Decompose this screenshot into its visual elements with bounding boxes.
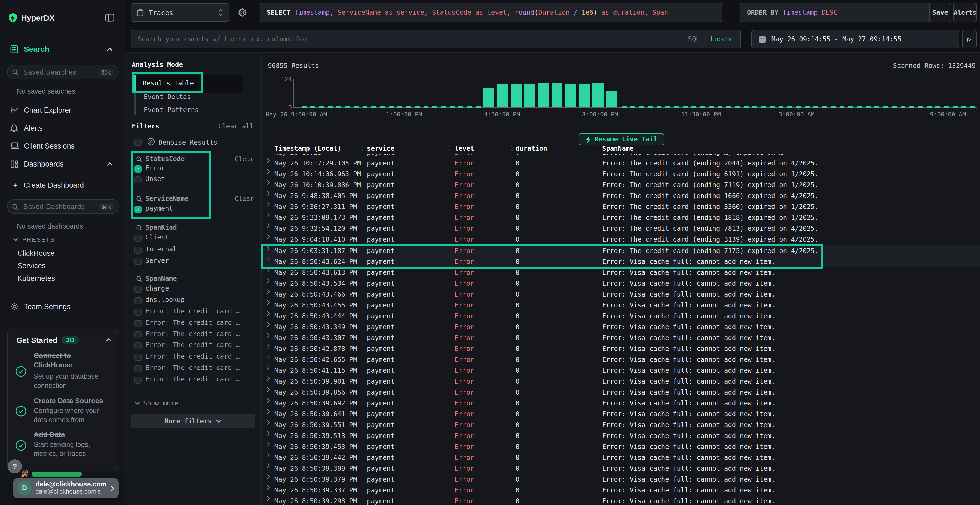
table-row[interactable]: May 26 8:50:43.455 PMpaymentError0Error:… <box>262 300 980 310</box>
histogram-bar[interactable] <box>524 84 535 108</box>
date-range-picker[interactable]: May 26 09:14:55 - May 27 09:14:55 <box>751 30 959 48</box>
analysis-mode-item-event-deltas[interactable]: Event Deltas <box>135 91 245 102</box>
table-row[interactable]: May 26 8:50:39.551 PMpaymentError0Error:… <box>262 419 980 430</box>
table-row[interactable]: May 26 9:03:31.187 PMpaymentError0Error:… <box>262 245 980 256</box>
saved-searches-field[interactable] <box>22 68 99 76</box>
mode-toggle-lucene[interactable]: Lucene <box>710 35 734 43</box>
get-started-item-title[interactable]: Add Data <box>34 430 110 440</box>
filter-item-label[interactable]: Error: The credit card … <box>145 307 240 315</box>
get-started-item-title[interactable]: Connect to ClickHouse <box>34 351 110 370</box>
column-resize-handle[interactable]: ⋮ <box>595 145 601 152</box>
sidebar-item-services[interactable]: Services <box>18 262 46 270</box>
filter-checkbox[interactable] <box>134 308 142 315</box>
filter-item-label[interactable]: Internal <box>145 245 177 253</box>
col-header-service[interactable]: service <box>367 145 395 152</box>
column-resize-handle[interactable]: ⋮ <box>360 145 365 152</box>
alerts-button[interactable]: Alerts <box>953 3 977 22</box>
table-row[interactable]: May 26 10:14:36.963 PMpaymentError0Error… <box>262 169 980 179</box>
column-resize-handle[interactable]: ⋮ <box>447 145 452 152</box>
filter-item-label[interactable]: dns.lookup <box>145 296 185 304</box>
create-dashboard-button[interactable]: + Create Dashboard <box>13 181 84 189</box>
chevron-up-icon[interactable] <box>106 338 111 342</box>
sidebar-item-kubernetes[interactable]: Kubernetes <box>18 274 55 283</box>
sidebar-item-alerts[interactable]: Alerts <box>0 121 125 134</box>
denoise-label[interactable]: Denoise Results <box>158 139 218 146</box>
filter-checkbox[interactable] <box>134 246 142 253</box>
sidebar-item-team-settings[interactable]: Team Settings <box>0 300 125 313</box>
table-row[interactable]: May 26 8:50:39.901 PMpaymentError0Error:… <box>262 376 980 387</box>
filter-checkbox[interactable] <box>134 354 142 361</box>
filter-item-label[interactable]: Error: The credit card … <box>145 341 240 349</box>
help-button[interactable]: ? <box>8 459 22 473</box>
table-row[interactable]: May 26 10:17:29.105 PMpaymentError0Error… <box>262 158 980 169</box>
table-row[interactable]: May 26 8:50:43.613 PMpaymentError0Error:… <box>262 267 980 278</box>
filter-checkbox[interactable] <box>134 297 142 304</box>
filter-group-header-spanname[interactable]: SpanName <box>136 275 177 283</box>
sidebar-item-client-sessions[interactable]: Client Sessions <box>0 139 125 152</box>
denoise-checkbox[interactable] <box>134 139 142 146</box>
table-row[interactable]: May 26 8:50:39.513 PMpaymentError0Error:… <box>262 430 980 441</box>
filter-checkbox[interactable] <box>134 376 142 384</box>
filter-group-header-spankind[interactable]: SpanKind <box>136 224 177 231</box>
more-filters-button[interactable]: More filters <box>131 414 255 428</box>
table-row[interactable]: May 26 9:32:54.120 PMpaymentError0Error:… <box>262 223 980 234</box>
filter-checkbox[interactable] <box>134 176 142 183</box>
table-row[interactable]: May 26 9:48:38.405 PMpaymentError0Error:… <box>262 191 980 202</box>
filter-item-label[interactable]: Error: The credit card … <box>145 375 240 383</box>
histogram-bar[interactable] <box>538 84 549 108</box>
col-header-duration[interactable]: duration <box>515 145 547 152</box>
clear-all-link[interactable]: Clear all <box>218 122 254 130</box>
filter-group-header-servicename[interactable]: ServiceName <box>136 195 189 202</box>
histogram-bar[interactable] <box>497 84 508 108</box>
order-by-editor[interactable]: ORDER BY Timestamp DESC <box>740 3 929 22</box>
source-select[interactable]: Traces <box>130 3 229 22</box>
filter-checkbox[interactable] <box>134 320 142 327</box>
filter-item-label[interactable]: payment <box>145 204 173 212</box>
table-row[interactable]: May 26 8:50:39.379 PMpaymentError0Error:… <box>262 474 980 485</box>
col-header-spanname[interactable]: SpanName <box>602 145 634 152</box>
filter-item-label[interactable]: charge <box>145 284 169 292</box>
analysis-mode-item-results-table[interactable]: Results Table <box>134 75 243 92</box>
filter-group-header-statuscode[interactable]: StatusCode <box>136 155 185 163</box>
table-row[interactable]: May 26 8:50:43.466 PMpaymentError0Error:… <box>262 289 980 300</box>
filter-checkbox[interactable] <box>134 365 142 372</box>
column-resize-handle[interactable]: ⋮ <box>509 145 514 152</box>
table-row[interactable]: May 26 8:50:39.298 PMpaymentError0Error:… <box>262 496 980 505</box>
filter-item-label[interactable]: Server <box>145 257 169 264</box>
histogram-bar[interactable] <box>592 84 603 108</box>
filter-checkbox[interactable] <box>134 235 142 242</box>
save-button[interactable]: Save <box>929 3 951 22</box>
table-row[interactable]: May 26 8:50:39.641 PMpaymentError0Error:… <box>262 409 980 419</box>
col-header-level[interactable]: level <box>455 145 474 152</box>
saved-searches-input[interactable]: ⌘K <box>7 65 119 79</box>
table-row[interactable]: May 26 8:50:43.624 PMpaymentError0Error:… <box>262 256 980 267</box>
presets-section-toggle[interactable]: PRESETS <box>13 236 55 243</box>
collapse-sidebar-icon[interactable] <box>105 14 115 22</box>
table-row[interactable]: May 26 8:50:39.337 PMpaymentError0Error:… <box>262 485 980 496</box>
histogram-bar[interactable] <box>565 84 576 108</box>
filter-item-label[interactable]: Unset <box>145 175 165 183</box>
sql-select-editor[interactable]: SELECT Timestamp, ServiceName as service… <box>260 3 722 22</box>
resume-live-tail-button[interactable]: Resume Live Tail <box>579 133 664 145</box>
filter-checkbox[interactable] <box>134 343 142 349</box>
table-row[interactable]: May 26 8:50:39.692 PMpaymentError0Error:… <box>262 398 980 409</box>
table-row[interactable]: May 26 8:50:43.534 PMpaymentError0Error:… <box>262 278 980 289</box>
filter-item-label[interactable]: Error <box>145 164 165 172</box>
get-started-item-title[interactable]: Create Data Sources <box>34 397 110 406</box>
table-row[interactable]: May 26 8:50:39.453 PMpaymentError0Error:… <box>262 441 980 452</box>
histogram-bar[interactable] <box>483 87 494 108</box>
histogram-bar[interactable] <box>552 84 563 108</box>
filter-group-clear-link[interactable]: Clear <box>235 195 254 202</box>
histogram-bar[interactable] <box>511 84 522 108</box>
user-profile-menu[interactable]: D dale@clickhouse.com dale@clickhouse.co… <box>13 478 119 499</box>
table-row[interactable]: May 26 8:50:43.444 PMpaymentError0Error:… <box>262 311 980 322</box>
sidebar-item-dashboards[interactable]: Dashboards <box>0 157 125 170</box>
saved-dashboards-field[interactable] <box>22 202 99 211</box>
filter-item-label[interactable]: Error: The credit card … <box>145 364 240 372</box>
column-resize-handle[interactable]: ⋮ <box>970 145 976 152</box>
sidebar-item-search[interactable]: Search <box>0 43 125 56</box>
saved-dashboards-input[interactable]: ⌘K <box>7 199 119 214</box>
filter-checkbox[interactable] <box>134 258 142 265</box>
filter-checkbox[interactable] <box>134 286 142 293</box>
filter-item-label[interactable]: Client <box>145 234 169 241</box>
